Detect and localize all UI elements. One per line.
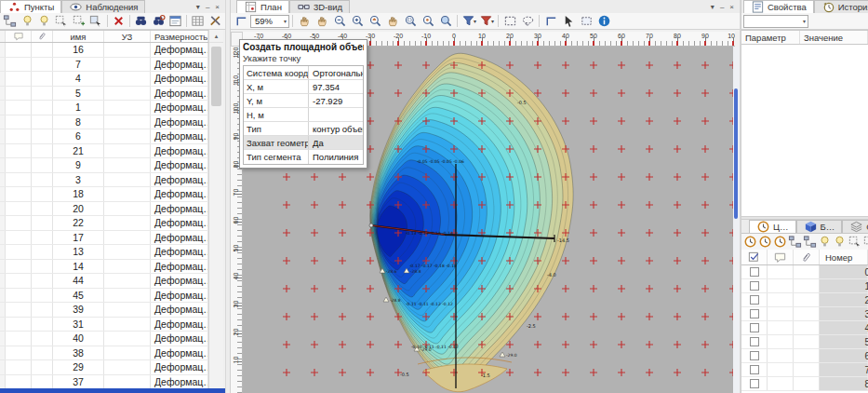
- clock-button[interactable]: [758, 235, 772, 250]
- comment-column-header[interactable]: [768, 250, 794, 264]
- minimize-button[interactable]: –: [720, 3, 724, 11]
- uz-column-header[interactable]: УЗ: [104, 31, 151, 42]
- number-column-header[interactable]: Номер: [820, 250, 868, 264]
- clock-button[interactable]: [743, 235, 757, 250]
- close-button[interactable]: ×: [729, 3, 734, 11]
- name-column-header[interactable]: имя: [53, 31, 104, 42]
- table-row[interactable]: 8Деформац…: [0, 115, 208, 130]
- parameter-column-header[interactable]: Параметр: [741, 31, 800, 44]
- bulb-button[interactable]: [818, 235, 832, 250]
- row-checkbox[interactable]: [750, 281, 759, 291]
- pan-hand-button[interactable]: [296, 14, 313, 29]
- bulb-button[interactable]: [36, 14, 52, 29]
- table-row[interactable]: 14Деформац…: [0, 260, 208, 275]
- zoom-home-button[interactable]: [367, 14, 383, 29]
- zoom-in-button[interactable]: [349, 14, 366, 29]
- tab-3d-view[interactable]: 3D-вид: [289, 0, 350, 13]
- map-vertical-scrollbar[interactable]: [733, 47, 740, 393]
- row-checkbox[interactable]: [750, 267, 759, 277]
- scrollbar-thumb[interactable]: [211, 47, 221, 106]
- parameter-value-field[interactable]: [309, 108, 363, 121]
- rect-select-button[interactable]: [501, 14, 518, 29]
- parameter-value-field[interactable]: Да: [309, 136, 363, 149]
- tab-points[interactable]: Пункты: [0, 0, 61, 13]
- properties-filter-combobox[interactable]: ▾: [743, 15, 808, 28]
- row-checkbox[interactable]: [750, 323, 759, 332]
- minimize-button[interactable]: –: [206, 3, 209, 11]
- scroll-up-icon[interactable]: ▴: [209, 30, 223, 43]
- left-table-scrollbar[interactable]: ▴: [208, 30, 223, 388]
- row-checkbox[interactable]: [750, 337, 759, 346]
- delete-x-button[interactable]: [111, 14, 127, 29]
- table-row[interactable]: 38Деформац…: [0, 346, 208, 361]
- table-row[interactable]: 22Деформац…: [0, 216, 208, 231]
- table-row[interactable]: 20Деформац…: [0, 202, 208, 217]
- table-row[interactable]: 0: [741, 265, 868, 279]
- binoculars-button[interactable]: [133, 14, 149, 29]
- parameter-value-field[interactable]: контур объекта: [309, 122, 363, 135]
- tab-cycles[interactable]: Ц…: [749, 220, 796, 233]
- row-checkbox[interactable]: [750, 379, 759, 388]
- zoom-selected-button[interactable]: [420, 14, 436, 29]
- table-row[interactable]: 37Деформац…: [0, 375, 208, 389]
- bulb-button[interactable]: [19, 14, 34, 29]
- table-row[interactable]: 4: [741, 321, 868, 335]
- zoom-level-combobox[interactable]: 59% ▾: [250, 15, 289, 28]
- table-row[interactable]: 31Деформац…: [0, 318, 208, 332]
- cursor-button[interactable]: [560, 14, 577, 29]
- close-button[interactable]: ×: [215, 3, 220, 11]
- tab-blocks[interactable]: Б…: [796, 220, 843, 233]
- table-row[interactable]: 1Деформац…: [0, 101, 208, 115]
- link-button[interactable]: [2, 14, 18, 29]
- select-add-button[interactable]: [862, 235, 868, 250]
- row-checkbox[interactable]: [750, 309, 759, 318]
- attachment-column-header[interactable]: [794, 250, 820, 264]
- filter-button[interactable]: ▾: [461, 14, 477, 29]
- parameter-value-field[interactable]: Ортогональная: [309, 66, 363, 79]
- table-row[interactable]: 5Деформац…: [0, 87, 208, 102]
- tab-properties[interactable]: Свойства: [743, 0, 814, 13]
- table-row[interactable]: 17Деформац…: [0, 231, 208, 246]
- info-button[interactable]: [595, 14, 612, 29]
- grab-hand-button[interactable]: [314, 14, 330, 29]
- parameter-value-field[interactable]: -27.929: [309, 94, 363, 107]
- select-add-button[interactable]: [71, 14, 87, 29]
- zoom-window-button[interactable]: [402, 14, 419, 29]
- table-row[interactable]: 44Деформац…: [0, 274, 208, 289]
- dashed-rect-button[interactable]: [578, 14, 594, 29]
- select-new-button[interactable]: [53, 14, 69, 29]
- dock-corner-button[interactable]: [233, 14, 249, 29]
- table-row[interactable]: 3: [741, 307, 868, 321]
- table-row[interactable]: 9Деформац…: [0, 158, 208, 173]
- row-checkbox[interactable]: [750, 351, 759, 360]
- table-row[interactable]: 16Деформац…: [0, 43, 208, 58]
- table-row[interactable]: 6: [741, 349, 868, 363]
- table-row[interactable]: 3Деформац…: [0, 173, 208, 188]
- select-new-button[interactable]: [848, 235, 861, 250]
- table-row[interactable]: 21Деформац…: [0, 144, 208, 159]
- select-cursor-button[interactable]: [87, 14, 103, 29]
- table-row[interactable]: 29Деформац…: [0, 360, 208, 375]
- dock-menu-button[interactable]: ▾: [196, 3, 200, 11]
- table-row[interactable]: 6Деформац…: [0, 129, 208, 144]
- comment-column-header[interactable]: [6, 31, 32, 42]
- dock-menu-button[interactable]: ▾: [711, 3, 714, 11]
- table-row[interactable]: 45Деформац…: [0, 289, 208, 304]
- table-row[interactable]: 1: [741, 279, 868, 293]
- corner-button[interactable]: [542, 14, 559, 29]
- parameter-value-field[interactable]: 97.354: [309, 80, 363, 93]
- clock-button[interactable]: [773, 235, 787, 250]
- select-column-header[interactable]: [741, 250, 768, 264]
- zoom-out-button[interactable]: [331, 14, 348, 29]
- table-row[interactable]: 18Деформац…: [0, 187, 208, 202]
- scrollbar-thumb[interactable]: [734, 88, 738, 219]
- pan-hand-button[interactable]: [384, 14, 401, 29]
- dimension-column-header[interactable]: Размерность: [151, 31, 208, 42]
- filter-red-button[interactable]: ▾: [478, 14, 495, 29]
- table-row[interactable]: 40Деформац…: [0, 332, 208, 346]
- binoculars-search-button[interactable]: [150, 14, 166, 29]
- zoom-all-button[interactable]: [437, 14, 454, 29]
- tab-observations[interactable]: Наблюдения: [61, 0, 145, 13]
- row-checkbox[interactable]: [750, 295, 759, 305]
- link-button[interactable]: [788, 235, 802, 250]
